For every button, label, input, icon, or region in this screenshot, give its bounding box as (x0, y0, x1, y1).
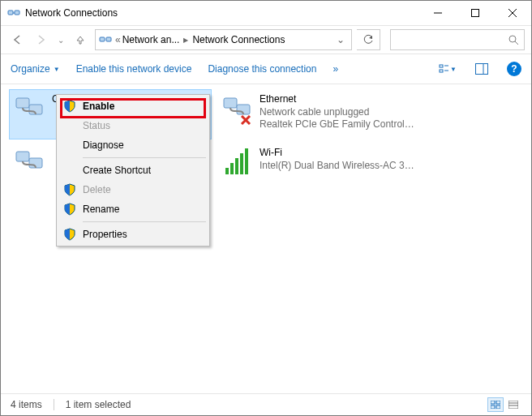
refresh-button[interactable] (357, 29, 380, 50)
chevron-right-icon: ▶ (181, 36, 191, 44)
view-options-button[interactable]: ▼ (439, 60, 457, 78)
ctx-label: Status (83, 120, 110, 131)
svg-rect-34 (508, 401, 518, 409)
diagnose-connection-button[interactable]: Diagnose this connection (208, 63, 316, 75)
svg-rect-25 (225, 168, 229, 174)
svg-rect-11 (440, 65, 443, 67)
svg-rect-28 (240, 153, 243, 174)
svg-rect-19 (16, 152, 29, 161)
ctx-label: Create Shortcut (83, 165, 151, 176)
window-title: Network Connections (25, 7, 118, 19)
status-bar: 4 items 1 item selected (1, 393, 531, 415)
error-overlay-icon (242, 116, 250, 124)
connection-item-ethernet[interactable]: Ethernet Network cable unplugged Realtek… (217, 89, 419, 139)
ctx-diagnose[interactable]: Diagnose (58, 135, 208, 155)
forward-button[interactable] (32, 30, 51, 49)
network-adapter-icon (221, 93, 253, 126)
svg-line-10 (515, 41, 518, 45)
svg-rect-7 (100, 37, 105, 41)
ctx-status: Status (58, 116, 208, 135)
up-button[interactable] (71, 30, 90, 49)
view-tiles-button[interactable] (487, 397, 504, 412)
ctx-label: Properties (83, 229, 127, 240)
connection-device: Realtek PCIe GbE Family Controller (260, 118, 415, 131)
ctx-enable[interactable]: Enable (58, 96, 208, 116)
view-details-button[interactable] (505, 397, 521, 412)
context-menu: Enable Status Diagnose Create Shortcut D… (56, 94, 210, 247)
command-bar: Organize▼ Enable this network device Dia… (1, 54, 531, 84)
svg-rect-21 (224, 98, 237, 108)
navigation-bar: ⌄ « Network an... ▶ Network Connections … (1, 25, 531, 54)
network-adapter-icon (13, 147, 45, 179)
breadcrumb[interactable]: « Network an... ▶ Network Connections (115, 34, 330, 45)
search-icon (508, 34, 519, 45)
svg-rect-8 (106, 37, 111, 41)
wifi-signal-icon (221, 147, 253, 179)
shield-icon (63, 183, 76, 196)
connection-device: Intel(R) Dual Band Wireless-AC 31... (260, 160, 415, 173)
svg-rect-15 (476, 64, 488, 75)
content-area: Cisco AnyConnect Secure Mobility (1, 84, 531, 404)
search-input[interactable] (390, 29, 525, 50)
overflow-button[interactable]: » (332, 63, 338, 75)
svg-rect-32 (491, 405, 495, 409)
breadcrumb-seg[interactable]: Network Connections (192, 34, 285, 45)
title-bar: Network Connections (1, 1, 531, 25)
maximize-button[interactable] (457, 1, 494, 25)
back-button[interactable] (7, 30, 27, 49)
history-dropdown[interactable]: ⌄ (56, 36, 66, 45)
connection-item-wifi[interactable]: Wi-Fi Intel(R) Dual Band Wireless-AC 31.… (217, 143, 419, 193)
separator (54, 399, 54, 410)
svg-rect-33 (496, 405, 500, 409)
shield-icon (63, 100, 76, 113)
ctx-delete: Delete (58, 180, 208, 199)
organize-menu[interactable]: Organize▼ (11, 63, 60, 75)
network-adapter-icon (13, 93, 45, 126)
address-dropdown[interactable]: ⌄ (332, 34, 350, 45)
svg-rect-27 (235, 158, 238, 174)
connection-status: Network cable unplugged (260, 106, 415, 119)
ctx-label: Rename (83, 204, 119, 215)
selection-count: 1 item selected (66, 399, 131, 410)
svg-rect-30 (491, 401, 495, 404)
connection-name: Wi-Fi (260, 147, 415, 160)
ctx-label: Enable (83, 101, 114, 112)
shield-icon (63, 228, 76, 241)
separator (83, 157, 206, 158)
svg-point-9 (509, 36, 516, 42)
connection-name: Ethernet (260, 93, 415, 106)
minimize-button[interactable] (419, 1, 457, 25)
item-count: 4 items (11, 399, 42, 410)
app-icon (7, 6, 20, 19)
svg-rect-17 (16, 98, 29, 108)
shield-icon (63, 203, 76, 216)
svg-rect-0 (8, 11, 13, 15)
ctx-label: Diagnose (83, 139, 124, 151)
separator (83, 221, 206, 222)
address-bar[interactable]: « Network an... ▶ Network Connections ⌄ (95, 29, 352, 50)
help-button[interactable]: ? (507, 62, 521, 76)
svg-rect-1 (15, 11, 19, 15)
ctx-create-shortcut[interactable]: Create Shortcut (58, 161, 208, 180)
ctx-properties[interactable]: Properties (58, 225, 208, 244)
svg-rect-29 (245, 148, 248, 174)
close-button[interactable] (494, 1, 531, 25)
enable-device-button[interactable]: Enable this network device (76, 63, 192, 75)
breadcrumb-seg[interactable]: Network an... (122, 34, 180, 45)
location-icon (97, 33, 114, 46)
svg-rect-12 (440, 70, 443, 72)
svg-rect-31 (496, 401, 500, 404)
svg-rect-26 (230, 163, 234, 174)
ctx-label: Delete (83, 184, 111, 195)
preview-pane-button[interactable] (473, 60, 491, 78)
ctx-rename[interactable]: Rename (58, 199, 208, 219)
svg-rect-4 (472, 10, 479, 17)
